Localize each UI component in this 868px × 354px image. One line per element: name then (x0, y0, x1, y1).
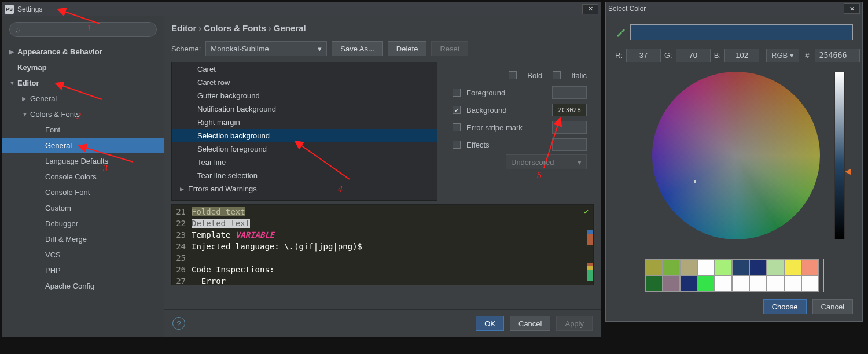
sidebar-item-colors-fonts[interactable]: Colors & Fonts (2, 106, 164, 122)
sidebar-item-general[interactable]: General (2, 138, 164, 153)
list-item[interactable]: Gutter background (172, 89, 437, 102)
sidebar-item-apache-config[interactable]: Apache Config (2, 278, 164, 294)
g-label: G: (664, 51, 672, 60)
delete-button[interactable]: Delete (388, 41, 427, 56)
palette-cell[interactable] (663, 275, 680, 292)
r-label: R: (615, 51, 623, 60)
b-label: B: (714, 51, 721, 60)
palette-cell[interactable] (645, 275, 663, 292)
sidebar-item-console-font[interactable]: Console Font (2, 185, 164, 200)
background-swatch[interactable]: 2C3028 (552, 104, 587, 116)
search-icon: ⌕ (15, 25, 20, 34)
svg-marker-0 (845, 169, 851, 175)
value-slider[interactable] (834, 72, 845, 239)
apply-button[interactable]: Apply (556, 316, 593, 331)
italic-checkbox[interactable] (553, 71, 561, 79)
color-preview (630, 24, 853, 40)
palette-cell[interactable] (801, 259, 819, 275)
palette-cell[interactable] (732, 275, 749, 292)
palette-cell[interactable] (715, 259, 732, 275)
list-item[interactable]: Caret (172, 62, 437, 76)
palette-cell[interactable] (784, 275, 801, 292)
palette-cell[interactable] (663, 259, 680, 275)
pipette-icon[interactable] (615, 27, 626, 38)
sidebar-item-language-defaults[interactable]: Language Defaults (2, 153, 164, 169)
close-icon[interactable]: ✕ (582, 4, 598, 14)
palette-cell[interactable] (697, 259, 715, 275)
search-input[interactable] (9, 22, 157, 37)
list-item[interactable]: Tear line selection (172, 169, 437, 182)
sidebar-item-console-colors[interactable]: Console Colors (2, 169, 164, 185)
color-mode-select[interactable]: RGB ▾ (766, 49, 799, 62)
list-item-selection-bg[interactable]: Selection background (172, 129, 437, 142)
error-stripe-swatch[interactable] (552, 121, 587, 134)
palette-cell[interactable] (680, 259, 697, 275)
error-stripe-checkbox[interactable] (453, 123, 461, 131)
annotation-1: 1 (87, 23, 91, 34)
r-input[interactable] (626, 49, 661, 62)
phpstorm-icon: PS (5, 5, 14, 14)
list-item[interactable]: Tear line (172, 156, 437, 169)
sidebar-item-custom[interactable]: Custom (2, 200, 164, 216)
color-wheel[interactable] (652, 72, 820, 239)
cancel-button[interactable]: Cancel (812, 299, 853, 314)
value-handle[interactable] (845, 168, 851, 174)
effects-type-select[interactable]: Underscored ▾ (506, 154, 587, 169)
bold-checkbox[interactable] (509, 71, 517, 79)
effects-checkbox[interactable] (453, 141, 461, 149)
palette-cell[interactable] (767, 275, 784, 292)
help-button[interactable]: ? (172, 317, 185, 330)
bold-label: Bold (527, 71, 542, 80)
sidebar-item-keymap[interactable]: Keymap (2, 60, 164, 75)
close-icon[interactable]: ✕ (844, 3, 860, 14)
list-group[interactable]: ▶ Errors and Warnings (172, 182, 437, 196)
scheme-label: Scheme: (171, 45, 201, 53)
save-as-button[interactable]: Save As... (332, 41, 383, 56)
sidebar-item-php[interactable]: PHP (2, 263, 164, 278)
list-item[interactable]: Notification background (172, 102, 437, 116)
foreground-swatch[interactable] (552, 86, 587, 99)
sidebar-item-editor[interactable]: Editor (2, 75, 164, 91)
color-titlebar[interactable]: Select Color ✕ (606, 2, 862, 16)
list-item[interactable]: Caret row (172, 76, 437, 89)
sidebar-item-font[interactable]: Font (2, 122, 164, 138)
list-item[interactable]: Right margin (172, 116, 437, 129)
list-group[interactable]: ▶ Hyperlinks (172, 196, 437, 201)
palette-cell[interactable] (645, 259, 663, 275)
effects-swatch[interactable] (552, 138, 587, 151)
color-palette[interactable] (645, 259, 824, 292)
background-checkbox[interactable] (453, 106, 461, 114)
palette-cell[interactable] (680, 275, 697, 292)
palette-cell[interactable] (697, 275, 715, 292)
color-items-list[interactable]: Caret Caret row Gutter background Notifi… (171, 62, 437, 201)
foreground-checkbox[interactable] (453, 89, 461, 97)
palette-cell[interactable] (801, 275, 819, 292)
choose-button[interactable]: Choose (763, 299, 807, 314)
list-item[interactable]: Selection foreground (172, 142, 437, 156)
palette-cell[interactable] (749, 275, 767, 292)
cancel-button[interactable]: Cancel (510, 316, 550, 331)
foreground-label: Foreground (466, 89, 546, 97)
settings-titlebar[interactable]: PS Settings ✕ (2, 2, 601, 16)
preview-editor[interactable]: 21 22 23 24 25 26 27 Folded text Deleted… (171, 204, 594, 285)
sidebar-item-vcs[interactable]: VCS (2, 247, 164, 263)
ok-button[interactable]: OK (476, 316, 504, 331)
settings-tree[interactable]: Appearance & Behavior Keymap Editor Gene… (2, 42, 164, 337)
hex-input[interactable] (815, 49, 860, 62)
sidebar-item-diff-merge[interactable]: Diff & Merge (2, 231, 164, 247)
scheme-select[interactable]: Monokai-Sublime ▾ (205, 41, 327, 56)
palette-cell[interactable] (715, 275, 732, 292)
palette-cell[interactable] (732, 259, 749, 275)
palette-cell[interactable] (784, 259, 801, 275)
g-input[interactable] (676, 49, 711, 62)
annotation-5: 5 (537, 170, 542, 180)
chevron-down-icon: ▾ (578, 158, 582, 167)
wheel-cursor[interactable] (694, 180, 696, 183)
b-input[interactable] (724, 49, 759, 62)
palette-cell[interactable] (767, 259, 784, 275)
reset-button[interactable]: Reset (431, 41, 468, 56)
sidebar-item-general-group[interactable]: General (2, 91, 164, 106)
sidebar-item-debugger[interactable]: Debugger (2, 216, 164, 231)
palette-cell[interactable] (749, 259, 767, 275)
sidebar-item-appearance[interactable]: Appearance & Behavior (2, 44, 164, 60)
